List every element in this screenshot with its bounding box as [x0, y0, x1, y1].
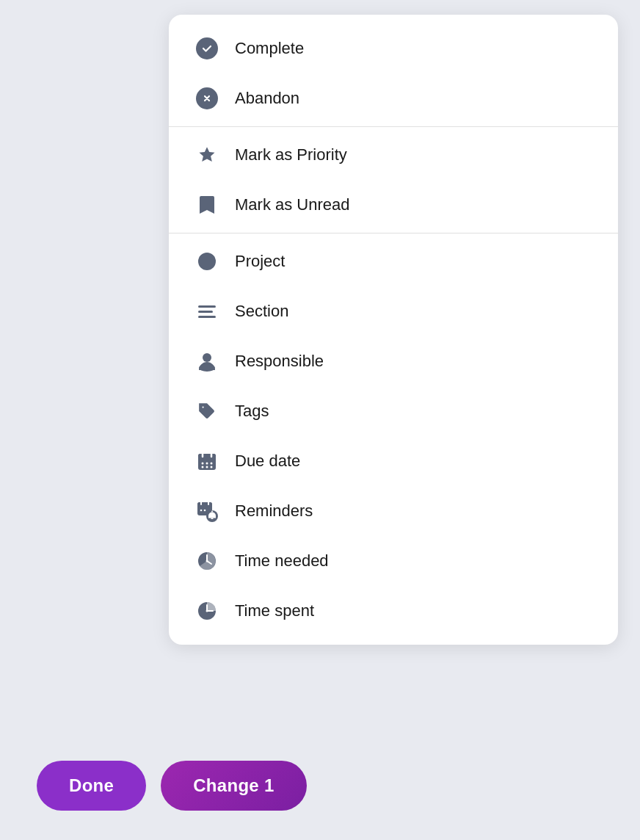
- svg-rect-17: [197, 505, 212, 507]
- menu-item-complete[interactable]: Complete: [169, 23, 618, 73]
- menu-item-responsible[interactable]: Responsible: [169, 336, 618, 386]
- svg-point-12: [202, 466, 204, 468]
- divider-2: [169, 233, 618, 233]
- svg-rect-23: [211, 518, 214, 520]
- due-date-label: Due date: [235, 452, 300, 471]
- reminder-icon: [195, 499, 219, 523]
- star-icon: [195, 143, 219, 167]
- mark-priority-label: Mark as Priority: [235, 145, 347, 164]
- svg-point-32: [206, 610, 208, 612]
- complete-label: Complete: [235, 39, 304, 58]
- menu-item-section[interactable]: Section: [169, 286, 618, 336]
- svg-point-20: [200, 510, 203, 512]
- tag-icon: [195, 399, 219, 423]
- svg-point-28: [206, 560, 208, 562]
- menu-item-time-spent[interactable]: Time spent: [169, 586, 618, 636]
- bookmark-icon: [195, 193, 219, 217]
- svg-point-9: [202, 463, 204, 465]
- time-spent-label: Time spent: [235, 601, 314, 620]
- tags-label: Tags: [235, 402, 269, 421]
- svg-point-1: [199, 364, 215, 372]
- svg-point-21: [204, 510, 206, 512]
- time-needed-icon: [195, 549, 219, 573]
- circle-filled-icon: [195, 250, 219, 273]
- person-icon: [195, 350, 219, 373]
- done-button[interactable]: Done: [37, 761, 146, 811]
- circle-check-icon: [195, 37, 219, 60]
- svg-rect-5: [198, 457, 216, 460]
- menu-item-mark-priority[interactable]: Mark as Priority: [169, 130, 618, 180]
- time-spent-icon: [195, 599, 219, 623]
- svg-point-14: [211, 466, 213, 468]
- time-needed-label: Time needed: [235, 551, 329, 571]
- svg-point-24: [211, 511, 213, 513]
- reminders-label: Reminders: [235, 502, 313, 521]
- responsible-label: Responsible: [235, 352, 324, 371]
- svg-point-13: [206, 466, 208, 468]
- context-menu: Complete Abandon Mark as Priority M: [169, 15, 618, 645]
- svg-point-11: [211, 463, 213, 465]
- menu-item-time-needed[interactable]: Time needed: [169, 536, 618, 586]
- abandon-label: Abandon: [235, 89, 299, 108]
- project-label: Project: [235, 252, 285, 271]
- menu-item-reminders[interactable]: Reminders: [169, 486, 618, 536]
- lines-icon: [195, 300, 219, 323]
- circle-x-icon: [195, 87, 219, 110]
- menu-item-mark-unread[interactable]: Mark as Unread: [169, 180, 618, 230]
- menu-item-abandon[interactable]: Abandon: [169, 73, 618, 123]
- bottom-buttons-container: Done Change 1: [37, 761, 307, 811]
- menu-item-due-date[interactable]: Due date: [169, 436, 618, 486]
- change-button[interactable]: Change 1: [161, 761, 306, 811]
- mark-unread-label: Mark as Unread: [235, 195, 350, 214]
- menu-item-tags[interactable]: Tags: [169, 386, 618, 436]
- section-label: Section: [235, 302, 288, 321]
- calendar-icon: [195, 449, 219, 473]
- menu-item-project[interactable]: Project: [169, 236, 618, 286]
- divider-1: [169, 126, 618, 127]
- svg-point-10: [206, 463, 208, 465]
- svg-point-0: [203, 353, 211, 362]
